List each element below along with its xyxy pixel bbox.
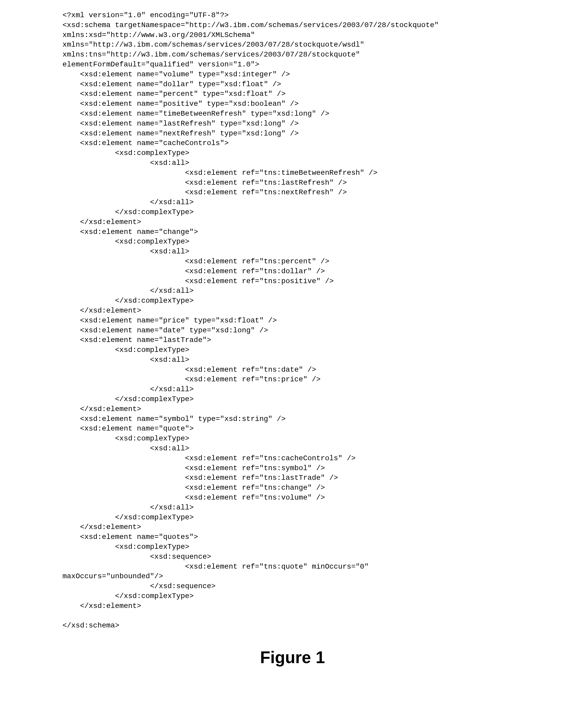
xml-code-block: <?xml version="1.0" encoding="UTF-8"?> <… [62, 10, 569, 631]
figure-caption: Figure 1 [16, 646, 569, 669]
